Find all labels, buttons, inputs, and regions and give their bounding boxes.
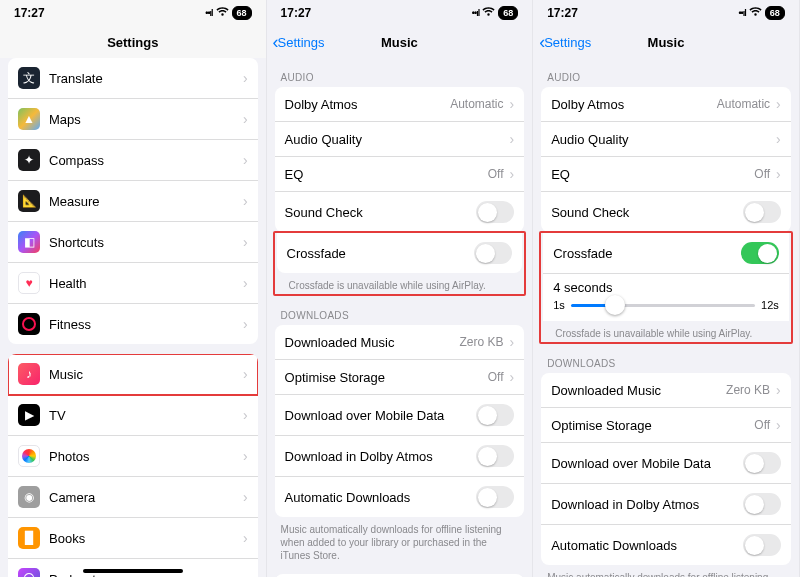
- row-label: Optimise Storage: [551, 418, 651, 433]
- settings-row-fitness[interactable]: Fitness ›: [8, 304, 258, 344]
- row-dolby-atmos[interactable]: Dolby AtmosAutomatic›: [275, 87, 525, 122]
- row-label: Measure: [49, 194, 100, 209]
- wifi-icon: [482, 6, 495, 20]
- toggle[interactable]: [743, 534, 781, 556]
- toggle[interactable]: [476, 445, 514, 467]
- chevron-right-icon: ›: [243, 234, 248, 250]
- row-optimise-storage[interactable]: Optimise StorageOff›: [541, 408, 791, 443]
- shortcuts-icon: ◧: [18, 231, 40, 253]
- settings-row-photos[interactable]: Photos ›: [8, 436, 258, 477]
- row-download-over-mobile-data[interactable]: Download over Mobile Data: [541, 443, 791, 484]
- crossfade-toggle[interactable]: [474, 242, 512, 264]
- row-detail: Zero KB: [726, 383, 770, 397]
- home-indicator[interactable]: [83, 569, 183, 573]
- row-sound-check[interactable]: Sound Check: [275, 192, 525, 232]
- status-icons: ••ıl 68: [205, 6, 251, 20]
- toggle[interactable]: [743, 201, 781, 223]
- row-automatic-downloads[interactable]: Automatic Downloads: [541, 525, 791, 565]
- row-label: Shortcuts: [49, 235, 104, 250]
- settings-row-compass[interactable]: ✦ Compass ›: [8, 140, 258, 181]
- chevron-right-icon: ›: [243, 316, 248, 332]
- chevron-right-icon: ›: [510, 334, 515, 350]
- settings-row-books[interactable]: ▉ Books ›: [8, 518, 258, 559]
- chevron-right-icon: ›: [776, 96, 781, 112]
- crossfade-slider[interactable]: [571, 304, 755, 307]
- settings-row-measure[interactable]: 📐 Measure ›: [8, 181, 258, 222]
- row-label: Download over Mobile Data: [285, 408, 445, 423]
- toggle[interactable]: [743, 493, 781, 515]
- row-downloaded-music[interactable]: Downloaded MusicZero KB›: [275, 325, 525, 360]
- nav-bar: ‹ Settings Music: [533, 26, 799, 58]
- row-optimise-storage[interactable]: Optimise StorageOff›: [275, 360, 525, 395]
- row-label: Sound Check: [551, 205, 629, 220]
- chevron-right-icon: ›: [776, 166, 781, 182]
- music-scroll[interactable]: AUDIO Dolby AtmosAutomatic›Audio Quality…: [533, 58, 799, 577]
- maps-icon: ▲: [18, 108, 40, 130]
- crossfade-toggle[interactable]: [741, 242, 779, 264]
- row-audio-quality[interactable]: Audio Quality›: [275, 122, 525, 157]
- row-eq[interactable]: EQOff›: [275, 157, 525, 192]
- row-label: Translate: [49, 71, 103, 86]
- row-download-over-mobile-data[interactable]: Download over Mobile Data: [275, 395, 525, 436]
- crossfade-footnote: Crossfade is unavailable while using Air…: [275, 273, 525, 294]
- camera-icon: ◉: [18, 486, 40, 508]
- crossfade-row[interactable]: Crossfade: [277, 233, 523, 273]
- toggle[interactable]: [476, 404, 514, 426]
- row-label: Compass: [49, 153, 104, 168]
- row-download-in-dolby-atmos[interactable]: Download in Dolby Atmos: [275, 436, 525, 477]
- chevron-right-icon: ›: [776, 382, 781, 398]
- settings-row-music[interactable]: ♪ Music ›: [8, 354, 258, 395]
- settings-row-translate[interactable]: 文 Translate ›: [8, 58, 258, 99]
- chevron-right-icon: ›: [243, 275, 248, 291]
- compass-icon: ✦: [18, 149, 40, 171]
- row-detail: Off: [488, 167, 504, 181]
- row-download-in-dolby-atmos[interactable]: Download in Dolby Atmos: [541, 484, 791, 525]
- row-label: EQ: [551, 167, 570, 182]
- back-button[interactable]: ‹ Settings: [539, 26, 591, 58]
- chevron-right-icon: ›: [243, 152, 248, 168]
- toggle[interactable]: [476, 486, 514, 508]
- row-label: Audio Quality: [285, 132, 362, 147]
- section-header-downloads: DOWNLOADS: [267, 296, 533, 325]
- battery-icon: 68: [498, 6, 518, 20]
- row-audio-quality[interactable]: Audio Quality›: [541, 122, 791, 157]
- row-label: Download over Mobile Data: [551, 456, 711, 471]
- section-header-audio: AUDIO: [267, 58, 533, 87]
- row-detail: Off: [488, 370, 504, 384]
- toggle[interactable]: [476, 201, 514, 223]
- settings-row-tv[interactable]: ▶ TV ›: [8, 395, 258, 436]
- settings-row-health[interactable]: ♥ Health ›: [8, 263, 258, 304]
- toggle[interactable]: [743, 452, 781, 474]
- crossfade-row[interactable]: Crossfade: [543, 233, 789, 274]
- chevron-right-icon: ›: [243, 489, 248, 505]
- audio-group: Dolby AtmosAutomatic›Audio Quality›EQOff…: [541, 87, 791, 232]
- row-sound-check[interactable]: Sound Check: [541, 192, 791, 232]
- music-scroll[interactable]: AUDIO Dolby AtmosAutomatic›Audio Quality…: [267, 58, 533, 577]
- row-dolby-atmos[interactable]: Dolby AtmosAutomatic›: [541, 87, 791, 122]
- panel-music-on: 17:27 ••ıl 68 ‹ Settings Music AUDIO Dol…: [533, 0, 800, 577]
- row-label: Photos: [49, 449, 89, 464]
- row-downloaded-music[interactable]: Downloaded MusicZero KB›: [541, 373, 791, 408]
- row-label: Dolby Atmos: [285, 97, 358, 112]
- audio-group: Dolby AtmosAutomatic›Audio Quality›EQOff…: [275, 87, 525, 232]
- settings-group-apps1: 文 Translate › ▲ Maps › ✦ Compass › 📐 Mea…: [8, 58, 258, 344]
- back-button[interactable]: ‹ Settings: [273, 26, 325, 58]
- row-label: Download in Dolby Atmos: [551, 497, 699, 512]
- row-automatic-downloads[interactable]: Automatic Downloads: [275, 477, 525, 517]
- crossfade-highlight: Crossfade Crossfade is unavailable while…: [273, 231, 527, 296]
- settings-scroll[interactable]: 文 Translate › ▲ Maps › ✦ Compass › 📐 Mea…: [0, 58, 266, 577]
- settings-row-maps[interactable]: ▲ Maps ›: [8, 99, 258, 140]
- battery-icon: 68: [765, 6, 785, 20]
- settings-row-shortcuts[interactable]: ◧ Shortcuts ›: [8, 222, 258, 263]
- photos-icon: [18, 445, 40, 467]
- row-eq[interactable]: EQOff›: [541, 157, 791, 192]
- row-label: Dolby Atmos: [551, 97, 624, 112]
- books-icon: ▉: [18, 527, 40, 549]
- chevron-right-icon: ›: [510, 96, 515, 112]
- downloads-group: Downloaded MusicZero KB›Optimise Storage…: [275, 325, 525, 517]
- music-icon: ♪: [18, 363, 40, 385]
- slider-thumb[interactable]: [605, 295, 625, 315]
- settings-row-podcasts[interactable]: ⦿ Podcasts ›: [8, 559, 258, 577]
- settings-row-camera[interactable]: ◉ Camera ›: [8, 477, 258, 518]
- chevron-right-icon: ›: [243, 407, 248, 423]
